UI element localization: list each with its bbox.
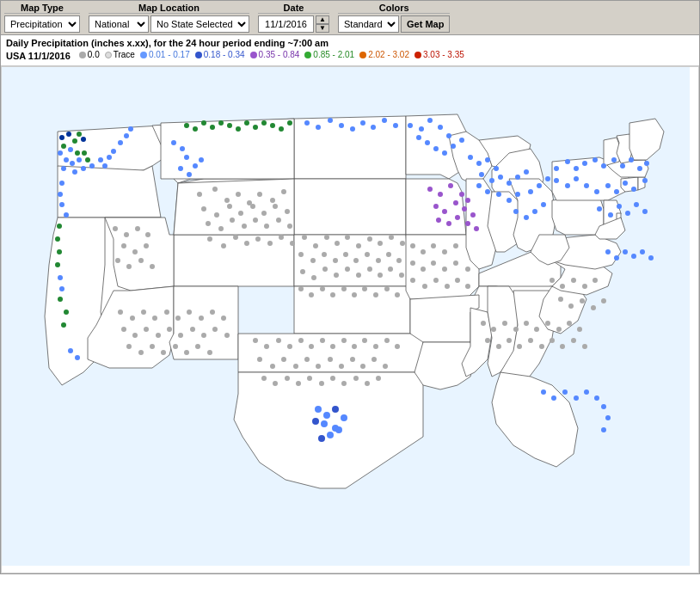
- map-location-select[interactable]: National Regional State: [89, 15, 149, 33]
- svg-point-139: [465, 198, 470, 203]
- svg-point-185: [335, 241, 340, 246]
- svg-point-280: [568, 303, 574, 309]
- svg-point-35: [58, 297, 63, 302]
- svg-point-361: [335, 426, 342, 433]
- legend-item-3: 0.35 - 0.84: [250, 50, 300, 59]
- svg-point-71: [427, 118, 433, 123]
- svg-point-153: [236, 192, 241, 197]
- svg-point-226: [298, 338, 304, 343]
- svg-point-55: [184, 155, 189, 160]
- svg-point-339: [150, 344, 155, 349]
- svg-point-302: [433, 278, 439, 283]
- svg-point-65: [360, 120, 365, 126]
- svg-point-156: [270, 198, 275, 203]
- svg-point-66: [371, 125, 376, 130]
- svg-point-319: [141, 310, 146, 315]
- svg-point-190: [389, 235, 394, 240]
- svg-point-163: [261, 211, 267, 216]
- svg-point-118: [605, 183, 611, 188]
- svg-point-332: [178, 333, 183, 338]
- svg-point-29: [57, 224, 62, 229]
- svg-point-152: [224, 198, 230, 203]
- svg-point-204: [322, 267, 328, 272]
- svg-point-173: [287, 224, 292, 229]
- svg-point-333: [190, 327, 195, 332]
- colors-label: Colors: [338, 3, 450, 14]
- svg-point-279: [558, 297, 563, 302]
- svg-point-38: [68, 348, 73, 353]
- svg-point-313: [115, 258, 120, 263]
- svg-point-16: [81, 166, 86, 171]
- svg-point-277: [571, 338, 576, 343]
- svg-point-167: [218, 226, 224, 231]
- svg-point-109: [620, 163, 625, 169]
- svg-point-137: [448, 183, 453, 188]
- svg-point-323: [187, 310, 192, 315]
- svg-point-236: [257, 357, 262, 362]
- svg-point-343: [195, 344, 200, 349]
- svg-point-52: [287, 120, 292, 126]
- svg-point-330: [156, 333, 161, 338]
- svg-point-161: [238, 211, 243, 216]
- svg-point-233: [373, 344, 378, 349]
- svg-point-303: [445, 284, 450, 289]
- svg-point-199: [376, 258, 381, 263]
- svg-point-0: [59, 135, 64, 140]
- us-map-svg: [2, 67, 690, 566]
- map-type-row: Precipitation Temperature Snowfall: [4, 15, 80, 33]
- svg-point-257: [365, 381, 370, 386]
- svg-point-336: [224, 333, 230, 338]
- svg-point-286: [571, 278, 576, 283]
- svg-point-274: [539, 344, 544, 349]
- svg-point-322: [175, 316, 181, 321]
- svg-point-146: [446, 221, 451, 226]
- svg-point-347: [562, 389, 568, 395]
- svg-point-183: [313, 243, 318, 248]
- svg-point-258: [376, 376, 381, 381]
- svg-point-306: [113, 226, 118, 231]
- svg-point-95: [528, 189, 533, 194]
- state-selected-select[interactable]: No State Selected: [150, 15, 249, 33]
- map-location-row: National Regional State No State Selecte…: [89, 15, 249, 33]
- svg-point-116: [584, 183, 589, 188]
- svg-point-74: [416, 135, 421, 140]
- svg-point-32: [55, 262, 60, 267]
- map-type-label: Map Type: [4, 3, 80, 14]
- svg-point-262: [513, 327, 519, 332]
- svg-point-214: [320, 286, 325, 291]
- svg-point-325: [210, 310, 215, 315]
- svg-point-234: [384, 338, 390, 343]
- svg-point-177: [244, 241, 249, 246]
- svg-point-247: [383, 364, 388, 369]
- svg-point-10: [70, 161, 75, 166]
- svg-point-58: [193, 163, 198, 169]
- date-down-button[interactable]: ▼: [316, 24, 329, 33]
- svg-point-172: [276, 218, 281, 223]
- svg-point-68: [393, 123, 398, 128]
- svg-point-192: [298, 252, 304, 257]
- date-up-button[interactable]: ▲: [316, 15, 329, 24]
- svg-point-310: [121, 243, 126, 248]
- svg-point-284: [550, 278, 555, 283]
- svg-point-23: [124, 133, 129, 138]
- svg-point-108: [611, 157, 617, 162]
- svg-point-46: [236, 126, 241, 132]
- svg-point-351: [601, 404, 606, 409]
- colors-select[interactable]: Standard Alternate: [338, 15, 399, 33]
- svg-point-229: [330, 344, 335, 349]
- svg-point-106: [593, 157, 598, 162]
- app-container: Map Type Precipitation Temperature Snowf…: [0, 0, 700, 574]
- svg-point-134: [648, 255, 654, 261]
- svg-point-276: [560, 344, 565, 349]
- svg-point-312: [144, 243, 149, 248]
- svg-point-59: [199, 157, 204, 162]
- svg-point-115: [574, 176, 579, 181]
- svg-point-180: [279, 235, 284, 240]
- get-map-button[interactable]: Get Map: [401, 15, 450, 33]
- map-type-select[interactable]: Precipitation Temperature Snowfall: [4, 15, 80, 33]
- svg-point-112: [644, 161, 649, 166]
- legend-label-6: 3.03 - 3.35: [423, 50, 464, 59]
- svg-point-281: [580, 298, 585, 303]
- svg-point-22: [118, 140, 123, 145]
- date-input[interactable]: [258, 15, 314, 33]
